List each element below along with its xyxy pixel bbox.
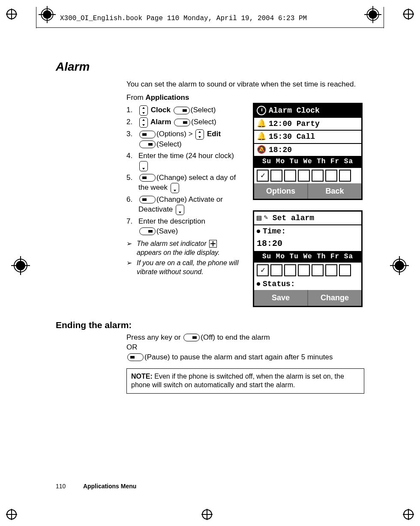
day-checkbox [284, 264, 296, 276]
file-stamp: X300_OI_English.book Page 110 Monday, Ap… [60, 15, 307, 22]
softkey-save: Save [254, 290, 307, 305]
alarm-indicator-icon [209, 240, 217, 248]
softkey-options: Options [254, 183, 307, 199]
reg-target-icon [39, 6, 56, 25]
crop-line [36, 7, 36, 28]
softkey-left-icon [139, 131, 156, 138]
bell-off-icon: 🔕 [257, 145, 266, 155]
softkey-right-icon [139, 227, 156, 235]
step-7: 7. Enter the description (Save) [126, 217, 243, 236]
step-1: 1. Clock (Select) [126, 105, 243, 116]
clock-icon [257, 106, 266, 115]
softkey-right-icon [183, 334, 200, 341]
body-column: You can set the alarm to sound or vibrat… [126, 80, 364, 307]
list-icon: ▤ [257, 213, 261, 223]
step-4: 4. Enter the time (24 hour clock) [126, 151, 243, 171]
step-2: 2. Alarm (Select) [126, 117, 243, 128]
crop-line [36, 27, 384, 28]
day-checkbox [325, 170, 337, 182]
softkey-right-icon [139, 140, 156, 148]
nav-down-icon [139, 161, 148, 171]
step-5: 5. (Change) select a day of the week [126, 173, 243, 193]
ending-line1: Press any key or (Off) to end the alarm [126, 333, 364, 343]
softkey-left-icon [139, 196, 156, 203]
bell-icon: 🔔 [257, 119, 266, 129]
from-app: Applications [145, 93, 189, 102]
note-2: If you are on a call, the phone will vib… [126, 258, 243, 277]
page: X300_OI_English.book Page 110 Monday, Ap… [0, 0, 420, 526]
steps-list: 1. Clock (Select) 2. Alarm (Select) 3. (… [126, 105, 243, 236]
reg-mark-icon [201, 509, 213, 520]
note-label: NOTE: [131, 373, 153, 380]
days-row: Su Mo Tu We Th Fr Sa [254, 156, 361, 168]
bullet-icon [257, 282, 260, 286]
softkey-change: Change [307, 290, 361, 305]
day-selection: ✓ [254, 263, 361, 278]
note-box: NOTE: Even if the phone is switched off,… [126, 368, 364, 394]
softkey-back: Back [307, 183, 361, 199]
reg-mark-icon [403, 9, 414, 20]
day-checkbox [270, 170, 282, 182]
from-label: From [126, 93, 145, 102]
softkey-right-icon [174, 107, 190, 114]
reg-target-icon [390, 256, 409, 277]
ending-or: OR [126, 343, 364, 353]
content-area: Alarm You can set the alarm to sound or … [56, 60, 364, 394]
bell-icon: 🔔 [257, 132, 266, 142]
footer-section: Applications Menu [83, 483, 136, 490]
day-checkbox: ✓ [257, 264, 269, 276]
day-checkbox [339, 170, 351, 182]
intro-text: You can set the alarm to sound or vibrat… [126, 80, 364, 90]
softkey-left-icon [139, 174, 156, 182]
step-6: 6. (Change) Activate or Deactivate [126, 195, 243, 215]
day-checkbox [325, 264, 337, 276]
page-number: 110 [56, 483, 81, 490]
notes-list: The alarm set indicator appears on the i… [126, 239, 243, 277]
phone-screenshot-alarm-clock: Alarm Clock 🔔12:00 Party 🔔15:30 Call 🔕18… [253, 103, 363, 200]
reg-mark-icon [403, 509, 414, 520]
day-checkbox [312, 264, 324, 276]
softkey-left-icon [127, 353, 144, 361]
softkey-right-icon [174, 119, 190, 126]
days-row: Su Mo Tu We Th Fr Sa [254, 251, 361, 263]
nav-key-icon [195, 129, 204, 140]
reg-target-icon [364, 6, 381, 25]
nav-key-icon [139, 105, 148, 116]
nav-down-icon [176, 205, 184, 215]
nav-down-icon [171, 183, 179, 193]
day-checkbox [298, 170, 310, 182]
day-checkbox [298, 264, 310, 276]
ending-line2: (Pause) to pause the alarm and start aga… [126, 353, 364, 362]
note-1: The alarm set indicator appears on the i… [126, 239, 243, 257]
reg-mark-icon [6, 509, 17, 520]
time-value: 18:20 [254, 238, 361, 251]
ending-heading: Ending the alarm: [56, 320, 364, 330]
step-3: 3. (Options) > Edit (Select) [126, 129, 243, 149]
day-selection: ✓ [254, 168, 361, 183]
day-checkbox: ✓ [257, 170, 269, 182]
day-checkbox [270, 264, 282, 276]
pencil-icon [264, 215, 270, 221]
day-checkbox [284, 170, 296, 182]
reg-mark-icon [6, 9, 17, 20]
section-title: Alarm [56, 60, 364, 74]
footer: 110 Applications Menu [56, 483, 136, 490]
day-checkbox [312, 170, 324, 182]
reg-target-icon [11, 256, 30, 277]
nav-key-icon [139, 117, 148, 128]
day-checkbox [339, 264, 351, 276]
phone-screenshot-set-alarm: ▤Set alarm Time: 18:20 Su Mo Tu We Th Fr… [253, 210, 363, 307]
bullet-icon [257, 230, 260, 233]
crop-line [384, 7, 384, 28]
note-text: Even if the phone is switched off, when … [131, 373, 344, 389]
